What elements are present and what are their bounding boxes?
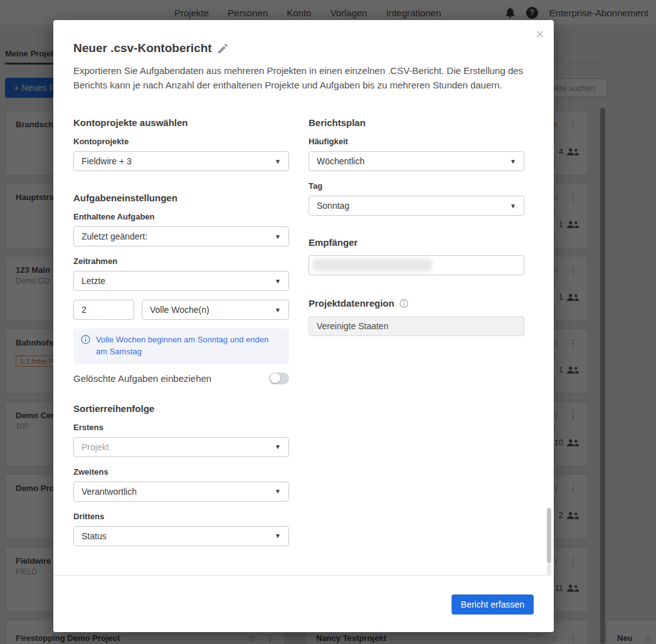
dialog-body: Neuer .csv-Kontobericht Exportieren Sie … <box>53 20 554 556</box>
chevron-down-icon: ▼ <box>275 233 281 240</box>
dialog-footer: Bericht erfassen <box>53 575 554 632</box>
chevron-down-icon: ▼ <box>275 158 281 165</box>
dialog-scrollbar-track <box>547 563 551 575</box>
close-icon[interactable]: × <box>536 28 544 41</box>
timeframe-unit-select[interactable]: Volle Woche(n)▼ <box>142 300 289 320</box>
chevron-down-icon: ▼ <box>275 488 281 495</box>
region-info-icon[interactable] <box>399 299 408 308</box>
redacted-recipient-value <box>313 259 432 272</box>
info-icon <box>81 335 90 344</box>
day-select[interactable]: Sonntag▼ <box>309 196 524 216</box>
region-value-field: Vereinigte Staaten <box>309 316 524 336</box>
frequency-select[interactable]: Wöchentlich▼ <box>309 151 524 171</box>
frequency-label: Häufigkeit <box>309 137 524 146</box>
csv-report-dialog: × Neuer .csv-Kontobericht Exportieren Si… <box>53 20 554 632</box>
timeframe-label: Zeitrahmen <box>73 256 289 266</box>
section-sort-order: Sortierreihenfolge <box>73 403 289 414</box>
timeframe-select[interactable]: Letzte▼ <box>73 271 289 291</box>
sort-second-select[interactable]: Verantwortlich▼ <box>73 482 289 502</box>
dialog-scrollbar-thumb[interactable] <box>547 508 551 563</box>
dialog-title: Neuer .csv-Kontobericht <box>73 41 212 55</box>
full-weeks-info-note: Volle Wochen beginnen am Sonntag und end… <box>73 329 289 364</box>
chevron-down-icon: ▼ <box>275 532 281 539</box>
section-task-settings: Aufgabeneinstellungen <box>73 193 289 203</box>
chevron-down-icon: ▼ <box>275 307 281 314</box>
chevron-down-icon: ▼ <box>510 203 516 209</box>
sort-second-label: Zweitens <box>73 467 289 477</box>
account-projects-label: Kontoprojekte <box>73 137 289 146</box>
section-report-schedule: Berichtsplan <box>309 117 524 128</box>
schedule-column: Berichtsplan Häufigkeit Wöchentlich▼ Tag… <box>309 117 524 556</box>
projects-settings-column: Kontoprojekte auswählen Kontoprojekte Fi… <box>73 117 289 556</box>
included-tasks-label: Enthaltene Aufgaben <box>73 212 289 221</box>
section-select-projects: Kontoprojekte auswählen <box>73 117 289 128</box>
chevron-down-icon: ▼ <box>275 278 281 285</box>
recipients-label: Empfänger <box>309 237 524 248</box>
deleted-tasks-toggle[interactable] <box>269 372 289 384</box>
create-report-button[interactable]: Bericht erfassen <box>452 594 534 615</box>
included-tasks-select[interactable]: Zuletzt geändert:▼ <box>73 226 289 246</box>
sort-third-select[interactable]: Status▼ <box>73 526 289 546</box>
region-label: Projektdatenregion <box>309 298 394 309</box>
chevron-down-icon: ▼ <box>510 158 516 165</box>
timeframe-amount-input[interactable] <box>73 300 134 320</box>
dialog-description: Exportieren Sie Aufgabendaten aus mehrer… <box>73 64 524 92</box>
sort-first-label: Erstens <box>73 423 289 432</box>
day-label: Tag <box>309 181 524 191</box>
sort-first-select[interactable]: Projekt▼ <box>73 437 289 457</box>
sort-third-label: Drittens <box>73 512 289 521</box>
deleted-tasks-label: Gelöschte Aufgaben einbeziehen <box>73 373 211 384</box>
chevron-down-icon: ▼ <box>275 443 281 450</box>
account-projects-select[interactable]: Fieldwire + 3▼ <box>73 151 289 171</box>
edit-pencil-icon[interactable] <box>218 44 228 53</box>
recipients-input[interactable] <box>309 255 524 275</box>
